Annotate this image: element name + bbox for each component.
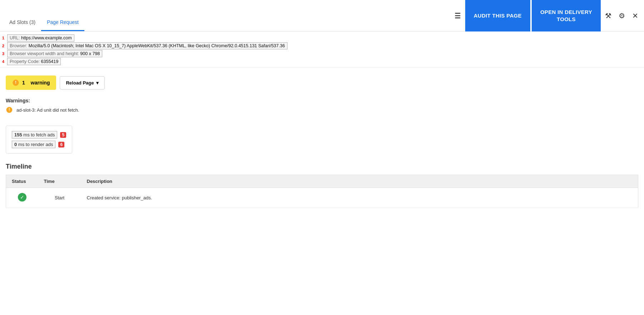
info-row-property: 4 Property Code: 6355419 (2, 58, 642, 65)
info-viewport-content: Browser viewport width and height: 900 x… (7, 50, 102, 57)
render-badge: 6 (58, 142, 64, 147)
status-bar: ! 1 warning Reload Page ▾ (0, 68, 644, 96)
info-row-viewport: 3 Browser viewport width and height: 900… (2, 50, 642, 57)
info-browser-content: Browser: Mozilla/5.0 (Macintosh; Intel M… (7, 42, 287, 49)
col-header-status: Status (6, 175, 38, 188)
timeline-section: Timeline Status Time Description Start C… (0, 159, 644, 214)
close-icon: ✕ (632, 12, 638, 20)
svg-text:!: ! (15, 80, 16, 84)
warning-item-0: ! ad-slot-3: Ad unit did not fetch. (6, 106, 638, 113)
timeline-status-cell (6, 188, 38, 208)
warning-icon: ! (12, 79, 19, 86)
url-value: https://www.example.com (21, 35, 72, 40)
delivery-tools-label: OPEN IN DELIVERY TOOLS (540, 9, 592, 22)
warning-count: 1 (22, 80, 25, 86)
settings-button[interactable]: ⚙ (616, 9, 628, 23)
property-label: Property Code: (10, 59, 41, 64)
header: Ad Slots (3) Page Request ☰ AUDIT THIS P… (0, 0, 644, 32)
info-property-content: Property Code: 6355419 (7, 58, 61, 65)
warning-badge-button[interactable]: ! 1 warning (6, 76, 56, 90)
info-url-content: URL: https://www.example.com (7, 34, 74, 42)
timeline-title: Timeline (6, 163, 638, 170)
render-stat-box: 0 ms to render ads (12, 141, 55, 148)
delivery-tools-button[interactable]: OPEN IN DELIVERY TOOLS (532, 0, 601, 32)
viewport-label: Browser viewport width and height: (10, 51, 80, 56)
fetch-badge: 5 (60, 132, 66, 138)
feedback-icon: ⚒ (605, 12, 611, 20)
stat-row-render: 0 ms to render ads 6 (12, 141, 66, 148)
tab-ad-slots[interactable]: Ad Slots (3) (4, 16, 41, 31)
feedback-button[interactable]: ⚒ (602, 9, 614, 23)
timeline-table: Status Time Description Start Created se… (6, 175, 638, 208)
reload-page-button[interactable]: Reload Page ▾ (60, 76, 104, 89)
warnings-title: Warnings: (6, 98, 638, 103)
table-row: Start Created service: publisher_ads. (6, 188, 638, 208)
check-icon (18, 193, 26, 202)
stats-box: 155 ms to fetch ads 5 0 ms to render ads… (6, 126, 72, 154)
viewport-value: 900 x 798 (80, 51, 100, 56)
menu-button[interactable]: ☰ (452, 9, 464, 23)
browser-value: Mozilla/5.0 (Macintosh; Intel Mac OS X 1… (29, 43, 285, 48)
dropdown-arrow-icon: ▾ (96, 80, 99, 86)
tab-ad-slots-label: Ad Slots (3) (9, 19, 35, 25)
stat-row-fetch: 155 ms to fetch ads 5 (12, 131, 66, 139)
tab-page-request[interactable]: Page Request (41, 16, 84, 31)
timeline-header-row: Status Time Description (6, 175, 638, 188)
warning-text: warning (31, 80, 50, 86)
close-button[interactable]: ✕ (629, 9, 641, 23)
gear-icon: ⚙ (619, 12, 625, 20)
reload-label: Reload Page (66, 80, 94, 86)
warning-item-text: ad-slot-3: Ad unit did not fetch. (16, 107, 79, 113)
row-num-3: 3 (2, 52, 6, 56)
row-num-2: 2 (2, 44, 6, 48)
row-num-4: 4 (2, 59, 6, 64)
fetch-ms: 155 (14, 132, 22, 137)
info-row-url: 1 URL: https://www.example.com (2, 34, 642, 42)
col-header-time: Time (38, 175, 81, 188)
warning-item-icon: ! (6, 106, 13, 113)
render-label: ms to render ads (17, 142, 53, 147)
row-num-1: 1 (2, 36, 6, 40)
hamburger-icon: ☰ (454, 12, 461, 20)
audit-button[interactable]: AUDIT THIS PAGE (465, 0, 530, 32)
fetch-label: ms to fetch ads (22, 132, 55, 137)
fetch-stat-box: 155 ms to fetch ads (12, 131, 57, 139)
property-value: 6355419 (41, 59, 59, 64)
col-header-description: Description (81, 175, 638, 188)
tab-bar: Ad Slots (3) Page Request (0, 0, 452, 31)
browser-label: Browser: (10, 43, 29, 48)
tab-page-request-label: Page Request (47, 19, 79, 25)
svg-text:!: ! (9, 107, 10, 112)
info-row-browser: 2 Browser: Mozilla/5.0 (Macintosh; Intel… (2, 42, 642, 49)
header-controls: ☰ AUDIT THIS PAGE OPEN IN DELIVERY TOOLS… (452, 0, 644, 31)
timeline-time-cell: Start (38, 188, 81, 208)
url-label: URL: (10, 35, 21, 40)
info-section: 1 URL: https://www.example.com 2 Browser… (0, 32, 644, 68)
warnings-section: Warnings: ! ad-slot-3: Ad unit did not f… (0, 96, 644, 121)
timeline-desc-cell: Created service: publisher_ads. (81, 188, 638, 208)
